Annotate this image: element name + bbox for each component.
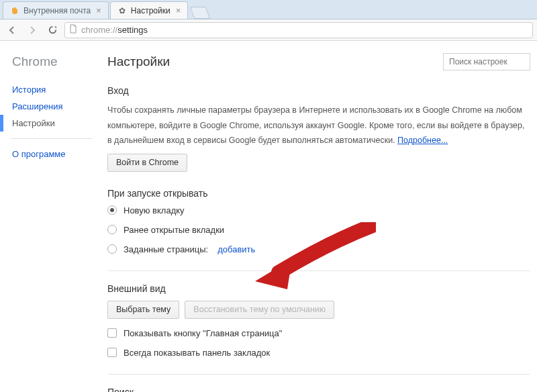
radio-label: Новую вкладку bbox=[124, 205, 185, 215]
sidebar-item-extensions[interactable]: Расширения bbox=[12, 98, 99, 115]
hand-icon bbox=[10, 6, 19, 15]
radio-icon bbox=[107, 205, 117, 215]
signin-description: Чтобы сохранять личные параметры браузер… bbox=[107, 103, 530, 148]
page-icon bbox=[69, 24, 77, 36]
divider bbox=[107, 271, 530, 271]
tab-inbox[interactable]: Внутренняя почта × bbox=[3, 1, 109, 19]
checkbox-icon bbox=[107, 348, 117, 357]
radio-label: Ранее открытые вкладки bbox=[124, 225, 224, 235]
sidebar: Chrome История Расширения Настройки О пр… bbox=[0, 41, 99, 392]
learn-more-link[interactable]: Подробнее... bbox=[397, 136, 448, 145]
reload-button[interactable] bbox=[44, 22, 60, 38]
search-settings-input[interactable] bbox=[443, 53, 530, 70]
section-search: Поиск Выберите поисковую систему по умол… bbox=[107, 387, 530, 393]
startup-option-pages[interactable]: Заданные страницы: добавить bbox=[107, 244, 530, 254]
startup-option-newtab[interactable]: Новую вкладку bbox=[107, 205, 530, 215]
url-text: chrome://settings bbox=[81, 25, 148, 35]
divider bbox=[107, 374, 530, 375]
toolbar: chrome://settings bbox=[0, 19, 537, 41]
show-bookmarks-checkbox-row[interactable]: Всегда показывать панель закладок bbox=[107, 348, 530, 358]
section-title: При запуске открывать bbox=[107, 188, 530, 199]
checkbox-label: Показывать кнопку "Главная страница" bbox=[124, 328, 282, 338]
section-title: Поиск bbox=[107, 387, 530, 393]
radio-icon bbox=[107, 225, 117, 234]
radio-icon bbox=[107, 244, 117, 254]
gear-icon: ✿ bbox=[117, 6, 127, 15]
radio-label: Заданные страницы: bbox=[124, 244, 208, 254]
sidebar-item-settings[interactable]: Настройки bbox=[12, 115, 99, 132]
new-tab-button[interactable] bbox=[190, 7, 211, 19]
checkbox-label: Всегда показывать панель закладок bbox=[124, 348, 270, 358]
tab-strip: Внутренняя почта × ✿ Настройки × bbox=[0, 0, 537, 19]
sidebar-item-about[interactable]: О программе bbox=[12, 146, 99, 162]
page-title: Настройки bbox=[107, 54, 170, 69]
section-title: Внешний вид bbox=[107, 283, 530, 294]
brand-title: Chrome bbox=[12, 54, 99, 69]
close-icon[interactable]: × bbox=[96, 6, 101, 15]
tab-settings[interactable]: ✿ Настройки × bbox=[110, 1, 188, 19]
main-panel: Настройки Вход Чтобы сохранять личные па… bbox=[99, 41, 537, 392]
startup-option-previous[interactable]: Ранее открытые вкладки bbox=[107, 225, 530, 235]
checkbox-icon bbox=[107, 328, 117, 338]
add-pages-link[interactable]: добавить bbox=[217, 244, 255, 254]
sidebar-item-history[interactable]: История bbox=[12, 81, 99, 98]
sidebar-separator bbox=[11, 138, 93, 139]
show-home-checkbox-row[interactable]: Показывать кнопку "Главная страница" bbox=[107, 328, 530, 338]
section-startup: При запуске открывать Новую вкладку Ране… bbox=[107, 188, 530, 254]
section-signin: Вход Чтобы сохранять личные параметры бр… bbox=[107, 85, 530, 172]
back-button[interactable] bbox=[4, 22, 20, 38]
omnibox[interactable]: chrome://settings bbox=[64, 22, 533, 38]
forward-button[interactable] bbox=[24, 22, 40, 38]
section-appearance: Внешний вид Выбрать тему Восстановить те… bbox=[107, 283, 530, 358]
signin-button[interactable]: Войти в Chrome bbox=[107, 154, 187, 172]
close-icon[interactable]: × bbox=[176, 6, 181, 15]
choose-theme-button[interactable]: Выбрать тему bbox=[107, 301, 179, 319]
reset-theme-button[interactable]: Восстановить тему по умолчанию bbox=[185, 301, 334, 319]
tab-title: Настройки bbox=[131, 6, 170, 15]
tab-title: Внутренняя почта bbox=[23, 6, 91, 15]
section-title: Вход bbox=[107, 85, 530, 96]
